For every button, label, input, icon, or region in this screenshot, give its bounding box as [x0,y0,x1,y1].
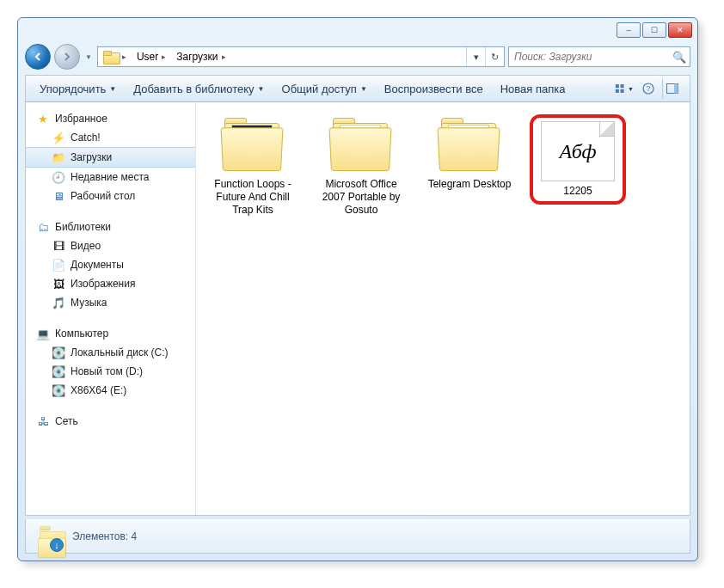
refresh-button[interactable]: ↻ [485,47,504,66]
add-library-label: Добавить в библиотеку [133,83,254,95]
share-menu[interactable]: Общий доступ▼ [275,79,374,99]
svg-text:?: ? [646,84,650,93]
item-count-prefix: Элементов: [72,530,128,542]
music-icon: 🎵 [52,296,65,309]
favorites-header[interactable]: ★Избранное [26,109,195,128]
item-count-text: Элементов: 4 [72,530,137,542]
help-button[interactable]: ? [638,78,659,99]
folder-icon [436,114,503,175]
sidebar-item-catch[interactable]: ⚡Catch! [26,128,195,147]
computer-label: Компьютер [55,328,108,340]
sidebar-item-drive-e[interactable]: 💽X86X64 (E:) [26,381,195,400]
download-arrow-icon: ↓ [50,538,64,552]
item-count-value: 4 [132,530,138,542]
new-folder-label: Новая папка [500,83,566,95]
favorites-label: Избранное [55,113,107,125]
breadcrumb-segment[interactable]: User [137,51,158,63]
libraries-label: Библиотеки [55,221,111,233]
sidebar-item-recent[interactable]: 🕘Недавние места [26,168,195,187]
chevron-down-icon: ▼ [628,86,634,92]
item-label: Microsoft Office 2007 Portable by Gosuto [313,178,409,217]
font-file-item[interactable]: Абф 12205 [537,121,619,198]
chevron-right-icon: ▸ [222,52,226,61]
chevron-down-icon: ▼ [109,85,116,93]
share-label: Общий доступ [282,83,357,95]
sidebar-item-label: Недавние места [71,171,149,183]
picture-icon: 🖼 [52,277,65,291]
chevron-right-icon: ▸ [162,52,166,61]
navigation-pane: ★Избранное ⚡Catch! 📁Загрузки 🕘Недавние м… [26,102,196,515]
sidebar-item-label: Музыка [71,297,107,309]
preview-pane-button[interactable] [662,78,683,99]
folder-icon [103,51,119,63]
svg-rect-2 [616,89,619,93]
sidebar-item-pictures[interactable]: 🖼Изображения [26,274,195,293]
history-dropdown-icon[interactable]: ▼ [83,53,94,61]
font-file-icon: Абф [541,121,615,181]
libraries-header[interactable]: 🗂Библиотеки [26,217,195,236]
network-header[interactable]: 🖧Сеть [26,412,195,431]
network-group: 🖧Сеть [26,412,195,431]
libraries-group: 🗂Библиотеки 🎞Видео 📄Документы 🖼Изображен… [26,217,195,312]
play-all-label: Воспроизвести все [384,83,483,95]
sidebar-item-downloads[interactable]: 📁Загрузки [26,147,195,168]
sidebar-item-music[interactable]: 🎵Музыка [26,293,195,312]
organize-label: Упорядочить [40,83,106,95]
new-folder-button[interactable]: Новая папка [494,79,573,99]
title-bar: – ☐ ✕ [18,18,697,42]
play-all-button[interactable]: Воспроизвести все [377,79,490,99]
computer-group: 💻Компьютер 💽Локальный диск (C:) 💽Новый т… [26,324,195,400]
disk-icon: 💽 [52,383,65,397]
chevron-down-icon: ▼ [258,85,265,93]
svg-rect-3 [621,89,624,93]
sidebar-item-drive-d[interactable]: 💽Новый том (D:) [26,362,195,381]
item-view[interactable]: Function Loops - Future And Chill Trap K… [196,102,690,515]
star-icon: ★ [36,112,50,126]
computer-icon: 💻 [36,327,50,340]
svg-rect-1 [621,84,624,88]
sidebar-item-label: Загрузки [71,151,112,163]
sidebar-item-desktop[interactable]: 🖥Рабочий стол [26,187,195,205]
highlighted-item: Абф 12205 [530,114,626,205]
network-label: Сеть [55,415,78,427]
breadcrumb-segment[interactable]: Загрузки [176,51,218,63]
search-icon[interactable]: 🔍 [669,51,690,64]
sidebar-item-drive-c[interactable]: 💽Локальный диск (C:) [26,343,195,362]
sidebar-item-videos[interactable]: 🎞Видео [26,236,195,255]
maximize-button[interactable]: ☐ [642,22,666,38]
organize-menu[interactable]: Упорядочить▼ [33,79,123,99]
view-options-button[interactable]: ▼ [614,78,635,99]
back-button[interactable] [25,44,51,70]
sidebar-item-label: Рабочий стол [71,190,135,202]
network-icon: 🖧 [36,414,50,428]
item-label: Telegram Desktop [428,178,512,191]
video-icon: 🎞 [52,239,65,253]
computer-header[interactable]: 💻Компьютер [26,324,195,343]
folder-item[interactable]: Telegram Desktop [421,114,518,191]
address-bar[interactable]: ▸ User▸ Загрузки▸ ▾ ↻ [97,46,505,67]
add-to-library-menu[interactable]: Добавить в библиотеку▼ [126,79,271,99]
item-label: 12205 [563,185,592,198]
address-dropdown-icon[interactable]: ▾ [466,47,485,66]
sidebar-item-label: X86X64 (E:) [71,384,126,396]
sidebar-item-label: Catch! [71,132,101,144]
navigation-bar: ▼ ▸ User▸ Загрузки▸ ▾ ↻ 🔍 [25,42,690,71]
item-label: Function Loops - Future And Chill Trap K… [205,178,301,217]
favorites-group: ★Избранное ⚡Catch! 📁Загрузки 🕘Недавние м… [26,109,195,205]
disk-icon: 💽 [52,364,65,378]
forward-button[interactable] [54,44,80,70]
recent-icon: 🕘 [52,170,65,184]
folder-item[interactable]: Function Loops - Future And Chill Trap K… [205,114,301,217]
search-box[interactable]: 🔍 [508,46,690,67]
folder-icon [328,114,395,175]
command-bar: Упорядочить▼ Добавить в библиотеку▼ Общи… [25,75,690,102]
sidebar-item-documents[interactable]: 📄Документы [26,255,195,274]
desktop-icon: 🖥 [52,189,65,203]
downloads-folder-icon: ↓ [34,523,62,550]
explorer-window: – ☐ ✕ ▼ ▸ User▸ Загрузки▸ ▾ ↻ 🔍 Упорядоч… [17,17,698,561]
sidebar-item-label: Локальный диск (C:) [71,346,169,358]
search-input[interactable] [509,51,669,63]
minimize-button[interactable]: – [617,22,641,38]
folder-item[interactable]: Microsoft Office 2007 Portable by Gosuto [313,114,409,217]
close-button[interactable]: ✕ [668,22,692,38]
